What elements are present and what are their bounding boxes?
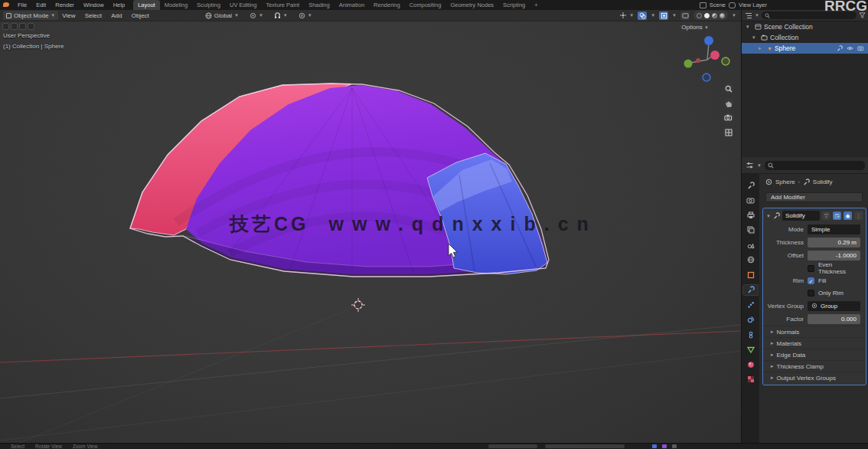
navigation-gizmo[interactable]	[681, 31, 735, 86]
section-normals[interactable]: ▸Normals	[763, 326, 866, 337]
menu-edit[interactable]: Edit	[32, 2, 50, 8]
mode-dropdown[interactable]: Simple	[808, 224, 860, 234]
tab-object-data[interactable]	[743, 345, 758, 355]
tab-geometry-nodes[interactable]: Geometry Nodes	[445, 0, 498, 10]
tool-chip-icon[interactable]	[28, 23, 34, 30]
tab-scene[interactable]	[743, 240, 758, 250]
modifier-name-field[interactable]: Solidify	[782, 211, 820, 221]
outliner-row-collection[interactable]: ▾ Collection	[742, 32, 868, 43]
show-overlays-toggle[interactable]	[638, 11, 647, 20]
blender-logo-icon[interactable]	[2, 2, 11, 8]
tab-texture-paint[interactable]: Texture Paint	[261, 0, 304, 10]
tab-output[interactable]	[743, 210, 758, 220]
expand-icon[interactable]: ▾	[746, 24, 752, 30]
pan-button[interactable]	[723, 97, 734, 109]
tab-particles[interactable]	[743, 300, 758, 310]
tool-chip-icon[interactable]	[11, 23, 18, 30]
transform-orientation-dropdown[interactable]: Global ▼	[205, 12, 239, 19]
edit-mode-toggle[interactable]: ▽	[822, 211, 830, 220]
zoom-button[interactable]	[723, 83, 734, 94]
tab-render[interactable]	[743, 195, 758, 205]
properties-editor-icon[interactable]	[746, 162, 754, 169]
shading-wireframe-button[interactable]	[697, 13, 702, 18]
tab-scripting[interactable]: Scripting	[498, 0, 530, 10]
mode-dropdown[interactable]: Object Mode ▼	[3, 11, 58, 20]
tab-add-workspace[interactable]: +	[530, 0, 542, 10]
tab-texture[interactable]	[743, 375, 758, 385]
chevron-down-icon[interactable]: ▼	[755, 13, 759, 18]
tab-uv-editing[interactable]: UV Editing	[225, 0, 261, 10]
menu-object[interactable]: Object	[128, 12, 153, 19]
offset-field[interactable]: -1.0000	[808, 251, 860, 261]
chevron-down-icon[interactable]: ▼	[757, 163, 762, 168]
gizmo-neg-y-axis[interactable]	[722, 57, 729, 65]
add-modifier-button[interactable]: Add Modifier	[765, 192, 863, 202]
tab-constraints[interactable]	[743, 329, 758, 339]
menu-file[interactable]: File	[14, 2, 31, 8]
camera-icon[interactable]	[857, 45, 864, 51]
shading-solid-button[interactable]	[704, 13, 710, 18]
menu-window[interactable]: Window	[80, 2, 108, 8]
collapse-icon[interactable]: ▼	[766, 214, 771, 218]
tab-compositing[interactable]: Compositing	[405, 0, 446, 10]
outliner-row-sphere[interactable]: ▸ ▼ Sphere	[742, 43, 868, 54]
toggle-ortho-button[interactable]	[723, 126, 734, 138]
section-edge-data[interactable]: ▸Edge Data	[763, 349, 866, 360]
gizmo-neg-z-axis[interactable]	[703, 74, 710, 81]
tab-modifiers[interactable]	[743, 285, 758, 295]
gizmo-neg-x-axis[interactable]	[696, 58, 700, 63]
xray-toggle[interactable]	[659, 11, 668, 20]
render-display-toggle[interactable]: ◉	[844, 211, 852, 220]
expand-icon[interactable]: ▾	[752, 34, 759, 41]
gizmo-x-axis[interactable]	[710, 51, 720, 60]
tab-modeling[interactable]: Modeling	[160, 0, 192, 10]
thickness-field[interactable]: 0.29 m	[808, 238, 860, 247]
camera-view-button[interactable]	[723, 112, 734, 123]
breadcrumb-object[interactable]: Sphere	[775, 179, 795, 185]
menu-render[interactable]: Render	[51, 2, 78, 8]
shading-material-button[interactable]	[712, 13, 717, 18]
scene-selector[interactable]: Scene	[710, 2, 726, 8]
menu-add[interactable]: Add	[107, 12, 126, 19]
dome-mesh-object[interactable]	[130, 84, 549, 277]
rim-fill-checkbox[interactable]: ✓	[808, 277, 814, 284]
expand-icon[interactable]: ▸	[759, 45, 765, 51]
factor-field[interactable]: 0.000	[808, 314, 860, 324]
menu-select[interactable]: Select	[81, 12, 106, 19]
only-rim-checkbox[interactable]	[808, 290, 814, 297]
tool-chip-icon[interactable]	[19, 23, 26, 30]
tab-sculpting[interactable]: Sculpting	[192, 0, 225, 10]
tab-shading[interactable]: Shading	[304, 0, 334, 10]
section-materials[interactable]: ▸Materials	[763, 337, 866, 349]
tab-material[interactable]	[743, 359, 758, 369]
menu-help[interactable]: Help	[109, 2, 129, 8]
tab-animation[interactable]: Animation	[334, 0, 369, 10]
realtime-display-toggle[interactable]: ◳	[833, 211, 841, 220]
section-thickness-clamp[interactable]: ▸Thickness Clamp	[763, 360, 866, 372]
shading-rendered-button[interactable]	[720, 13, 725, 18]
tab-view-layer[interactable]	[743, 225, 758, 235]
viewport-render-toggle[interactable]	[680, 11, 690, 20]
extras-menu-button[interactable]: ⋮	[854, 211, 863, 220]
vertex-group-dropdown[interactable]: Group	[808, 301, 860, 311]
outliner-editor-icon[interactable]	[745, 12, 752, 19]
tab-physics[interactable]	[743, 315, 758, 325]
view-layer-selector[interactable]: View Layer	[739, 2, 767, 8]
pivot-point-dropdown[interactable]: ▼	[250, 12, 263, 19]
outliner-row-scene-collection[interactable]: ▾ Scene Collection	[742, 21, 868, 32]
tab-object[interactable]	[743, 270, 758, 280]
section-output-vertex-groups[interactable]: ▸Output Vertex Groups	[763, 372, 866, 383]
properties-search-input[interactable]	[765, 161, 865, 170]
tool-chip-icon[interactable]	[2, 23, 9, 30]
gizmo-y-axis[interactable]	[684, 60, 693, 68]
options-dropdown[interactable]: Options ▼	[681, 24, 709, 31]
even-thickness-checkbox[interactable]	[808, 265, 814, 272]
modifier-panel-header[interactable]: ▼ Solidify ▽ ◳ ◉ ⋮	[763, 208, 866, 223]
tab-rendering[interactable]: Rendering	[369, 0, 405, 10]
snap-toggle[interactable]: ▼	[274, 12, 288, 19]
menu-view[interactable]: View	[58, 12, 79, 19]
show-gizmo-dropdown[interactable]: ▼	[619, 11, 634, 19]
gizmo-z-axis[interactable]	[704, 36, 713, 45]
viewport-canvas[interactable]: User Perspective (1) Collection | Sphere…	[0, 21, 741, 443]
modifier-wrench-icon[interactable]	[837, 45, 843, 51]
